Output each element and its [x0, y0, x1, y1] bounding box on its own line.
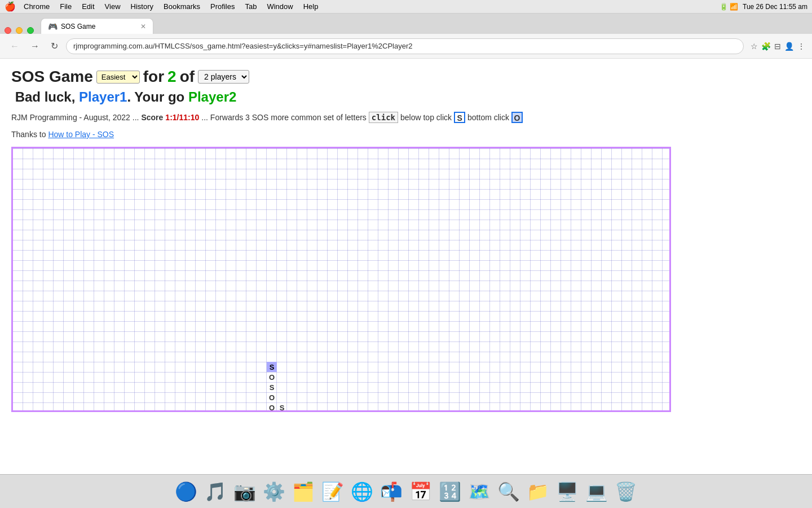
info-mid: ... Forwards 3 SOS more common set of le…	[201, 113, 367, 122]
info-prefix: RJM Programming - August, 2022 ...	[11, 113, 139, 122]
dock: 🔵 🎵 📷 ⚙️ 🗂️ 📝 🌐 📬 📅 🔢 🗺️ 🔍 📁 🖥️ 💻 🗑️	[0, 474, 812, 508]
for-text: for	[143, 68, 164, 86]
period: .	[127, 89, 131, 104]
address-bar[interactable]: rjmprogramming.com.au/HTMLCSS/sos_game.h…	[66, 38, 744, 54]
player2-name: Player2	[188, 89, 236, 104]
tab-favicon-icon: 🎮	[48, 22, 58, 31]
players-dropdown[interactable]: 2 players 3 players 4 players	[198, 70, 249, 84]
dock-icon-maps[interactable]: 🗺️	[466, 478, 493, 505]
fullscreen-window-btn[interactable]	[27, 27, 34, 34]
refresh-button[interactable]: ↻	[47, 38, 61, 54]
grid-letter-o[interactable]: O	[267, 402, 277, 412]
grid-letter-o[interactable]: O	[267, 372, 277, 382]
clock: Tue 26 Dec 11:55 am	[743, 3, 807, 11]
dock-icon-trash[interactable]: 🗑️	[612, 478, 639, 505]
bottom-click-text: bottom click	[467, 113, 509, 122]
title-sos-game: SOS Game	[11, 68, 93, 86]
score-label: Score	[141, 113, 163, 122]
difficulty-dropdown[interactable]: Easiest Easy Medium Hard	[96, 71, 140, 84]
letter-s-button[interactable]: S	[454, 112, 465, 123]
menubar: 🍎 Chrome File Edit View History Bookmark…	[0, 0, 812, 14]
page-content: SOS Game Easiest Easy Medium Hard for 2 …	[0, 59, 812, 474]
bookmark-icon[interactable]: ☆	[751, 42, 758, 51]
bad-luck-text: Bad luck,	[15, 89, 76, 104]
howtoplay-link[interactable]: How to Play - SOS	[48, 130, 114, 139]
menubar-tab[interactable]: Tab	[240, 1, 261, 12]
menu-icon[interactable]: ⋮	[797, 42, 805, 51]
profile-icon[interactable]: 👤	[784, 42, 794, 51]
active-tab[interactable]: 🎮 SOS Game ✕	[41, 18, 153, 34]
score-value: 1:1/11:10	[165, 113, 199, 122]
url-text: rjmprogramming.com.au/HTMLCSS/sos_game.h…	[73, 42, 412, 50]
dock-icon-music[interactable]: 🎵	[202, 478, 229, 505]
grid-letter-s[interactable]: S	[267, 362, 277, 372]
tabbar: 🎮 SOS Game ✕	[0, 14, 812, 34]
howtoplay-prefix: Thanks to	[11, 130, 46, 139]
dock-icon-finder[interactable]: 🔵	[173, 478, 200, 505]
dock-icon-files[interactable]: 🗂️	[290, 478, 317, 505]
menubar-file[interactable]: File	[55, 1, 76, 12]
info-line: RJM Programming - August, 2022 ... Score…	[11, 112, 801, 123]
dock-icon-notes[interactable]: 📝	[319, 478, 346, 505]
forward-button[interactable]: →	[27, 39, 43, 54]
grid-letter-s[interactable]: S	[267, 382, 277, 392]
system-icons: 🔋 📶	[720, 3, 738, 11]
minimize-window-btn[interactable]	[16, 27, 23, 34]
menubar-edit[interactable]: Edit	[77, 1, 99, 12]
addressbar: ← → ↻ rjmprogramming.com.au/HTMLCSS/sos_…	[0, 34, 812, 59]
dock-icon-settings[interactable]: ⚙️	[261, 478, 288, 505]
below-text: below top click	[400, 113, 452, 122]
bad-luck-line: Bad luck, Player1. Your go Player2	[11, 89, 801, 105]
dock-icon-monitor[interactable]: 🖥️	[554, 478, 581, 505]
menubar-history[interactable]: History	[126, 1, 158, 12]
close-window-btn[interactable]	[5, 27, 11, 34]
dock-icon-mail[interactable]: 📬	[378, 478, 405, 505]
click-label: click	[369, 112, 398, 123]
extensions-icon[interactable]: 🧩	[761, 42, 771, 51]
game-grid-container: SOSOOSSOSOSSOSSSSSSS	[11, 147, 671, 412]
player1-name: Player1	[79, 89, 127, 104]
howtoplay-line: Thanks to How to Play - SOS	[11, 130, 801, 139]
menubar-view[interactable]: View	[100, 1, 125, 12]
letter-o-button[interactable]: O	[511, 112, 523, 123]
apple-menu[interactable]: 🍎	[5, 1, 16, 12]
grid-letter-s[interactable]: S	[277, 402, 287, 412]
grid-letter-o[interactable]: O	[267, 392, 277, 402]
traffic-lights	[5, 27, 34, 34]
dock-icon-calendar[interactable]: 📅	[407, 478, 434, 505]
dock-icon-search[interactable]: 🔍	[495, 478, 522, 505]
your-go-text: Your go	[134, 89, 184, 104]
split-view-icon[interactable]: ⊟	[774, 42, 781, 51]
game-title: SOS Game Easiest Easy Medium Hard for 2 …	[11, 68, 801, 86]
back-button[interactable]: ←	[7, 39, 23, 54]
menubar-profiles[interactable]: Profiles	[206, 1, 239, 12]
address-icons: ☆ 🧩 ⊟ 👤 ⋮	[751, 42, 805, 51]
menubar-chrome[interactable]: Chrome	[19, 1, 54, 12]
of-text: of	[180, 68, 195, 86]
dock-icon-laptop[interactable]: 💻	[583, 478, 610, 505]
menubar-help[interactable]: Help	[299, 1, 323, 12]
dock-icon-folder[interactable]: 📁	[524, 478, 551, 505]
tab-title: SOS Game	[61, 23, 137, 30]
menubar-window[interactable]: Window	[262, 1, 297, 12]
grid-letters[interactable]: SOSOOSSOSOSSOSSSSSSS	[13, 148, 669, 410]
dock-icon-calculator[interactable]: 🔢	[436, 478, 464, 505]
num-players: 2	[167, 68, 176, 86]
tab-close-icon[interactable]: ✕	[140, 23, 146, 30]
dock-icon-safari[interactable]: 🌐	[348, 478, 376, 505]
menubar-bookmarks[interactable]: Bookmarks	[159, 1, 205, 12]
menubar-right: 🔋 📶 Tue 26 Dec 11:55 am	[720, 3, 807, 11]
dock-icon-photos[interactable]: 📷	[231, 478, 258, 505]
